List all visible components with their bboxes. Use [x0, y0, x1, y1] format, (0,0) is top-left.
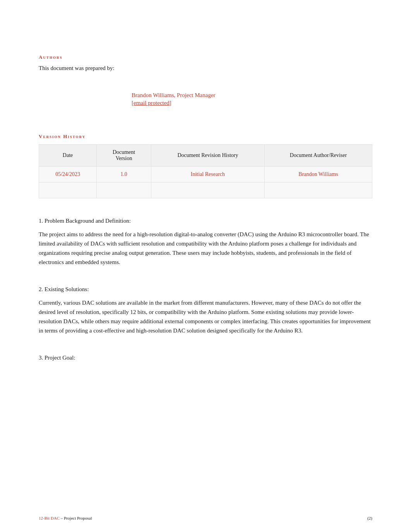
footer-left: 12-Bit DAC – Project Proposal	[39, 516, 92, 520]
col-header-date: Date	[39, 144, 97, 166]
section-2-heading: 2. Existing Solutions:	[39, 286, 372, 293]
cell-date: 05/24/2023	[39, 166, 97, 182]
cell-empty-history	[151, 182, 264, 198]
footer: 12-Bit DAC – Project Proposal (2)	[39, 516, 372, 520]
cell-empty-author	[264, 182, 372, 198]
cell-empty-date	[39, 182, 97, 198]
authors-section: Authors This document was prepared by: B…	[39, 54, 372, 118]
version-history-heading: Version History	[39, 133, 372, 140]
cell-history: Initial Research	[151, 166, 264, 182]
section-block-3: 3. Project Goal:	[39, 355, 372, 361]
footer-page-number: (2)	[367, 516, 372, 520]
page: Authors This document was prepared by: B…	[0, 0, 411, 532]
body-section: 1. Problem Background and Definition: Th…	[39, 218, 372, 361]
version-table: Date DocumentVersion Document Revision H…	[39, 144, 372, 198]
cell-empty-version	[97, 182, 151, 198]
author-email-text: [email protected]	[132, 100, 171, 106]
col-header-author: Document Author/Reviser	[264, 144, 372, 166]
author-card: Brandon Williams, Project Manager [email…	[132, 91, 216, 106]
cell-author: Brandon Williams	[264, 166, 372, 182]
section-3-heading: 3. Project Goal:	[39, 355, 372, 361]
section-2-body: Currently, various DAC solutions are ava…	[39, 298, 372, 335]
col-header-history: Document Revision History	[151, 144, 264, 166]
footer-doc-type: Project Proposal	[64, 516, 92, 520]
section-block-2: 2. Existing Solutions: Currently, variou…	[39, 286, 372, 335]
footer-brand: 12-Bit DAC	[39, 516, 60, 520]
table-row: 05/24/2023 1.0 Initial Research Brandon …	[39, 166, 372, 182]
section-block-1: 1. Problem Background and Definition: Th…	[39, 218, 372, 267]
section-1-body: The project aims to address the need for…	[39, 230, 372, 267]
footer-dash: –	[60, 516, 64, 520]
version-history-section: Version History Date DocumentVersion Doc…	[39, 133, 372, 198]
author-name: Brandon Williams, Project Manager	[132, 91, 216, 100]
table-row-empty	[39, 182, 372, 198]
author-name-text: Brandon Williams, Project Manager	[132, 92, 216, 98]
table-header-row: Date DocumentVersion Document Revision H…	[39, 144, 372, 166]
col-header-version: DocumentVersion	[97, 144, 151, 166]
authors-prepared-text: This document was prepared by:	[39, 65, 372, 72]
section-1-heading: 1. Problem Background and Definition:	[39, 218, 372, 224]
authors-heading: Authors	[39, 54, 372, 60]
author-email: [email protected]	[132, 100, 216, 106]
cell-version: 1.0	[97, 166, 151, 182]
